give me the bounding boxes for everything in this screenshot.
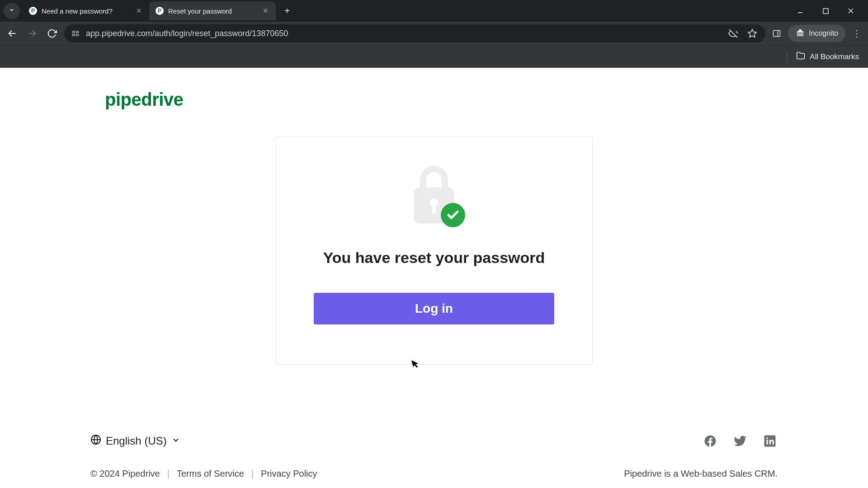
svg-marker-11	[748, 29, 756, 37]
toolbar: app.pipedrive.com/auth/login/reset_passw…	[0, 22, 868, 45]
facebook-icon[interactable]	[703, 433, 718, 449]
chevron-down-icon	[9, 7, 15, 15]
linkedin-icon[interactable]	[762, 433, 778, 449]
incognito-label: Incognito	[809, 29, 838, 38]
divider	[787, 51, 787, 63]
browser-chrome: P Need a new password? ✕ P Reset your pa…	[0, 0, 868, 68]
eye-off-icon[interactable]	[726, 27, 740, 40]
tagline-text: Pipedrive is a Web-based Sales CRM.	[624, 469, 778, 479]
terms-link[interactable]: Terms of Service	[177, 469, 244, 479]
maximize-button[interactable]	[819, 5, 832, 17]
all-bookmarks-label: All Bookmarks	[810, 52, 859, 61]
incognito-icon	[795, 28, 805, 39]
bookmark-star-icon[interactable]	[745, 27, 759, 40]
folder-icon	[796, 51, 805, 62]
legal-links: © 2024 Pipedrive | Terms of Service | Pr…	[90, 469, 317, 479]
success-check-icon	[441, 203, 465, 227]
page-content: pipedrive You have reset your password L…	[0, 68, 868, 488]
side-panel-icon[interactable]	[770, 27, 783, 40]
success-heading: You have reset your password	[323, 249, 545, 267]
new-tab-button[interactable]: +	[279, 3, 295, 19]
tab-title: Reset your password	[168, 7, 257, 15]
close-window-button[interactable]	[844, 5, 857, 17]
separator: |	[167, 469, 170, 479]
tab-reset-password[interactable]: P Reset your password ✕	[149, 1, 276, 20]
language-label: English (US)	[106, 435, 167, 447]
svg-rect-6	[72, 31, 75, 33]
pipedrive-favicon: P	[156, 7, 164, 15]
tab-need-password[interactable]: P Need a new password? ✕	[23, 1, 149, 20]
twitter-icon[interactable]	[732, 433, 748, 449]
social-links	[703, 433, 778, 449]
svg-rect-8	[72, 34, 75, 36]
svg-rect-9	[76, 34, 79, 36]
address-bar[interactable]: app.pipedrive.com/auth/login/reset_passw…	[64, 24, 765, 42]
reset-success-card: You have reset your password Log in	[275, 136, 593, 365]
minimize-button[interactable]	[794, 5, 807, 17]
svg-rect-1	[823, 9, 828, 14]
globe-icon	[90, 434, 101, 448]
privacy-link[interactable]: Privacy Policy	[261, 469, 317, 479]
copyright-text: © 2024 Pipedrive	[90, 469, 160, 479]
incognito-badge[interactable]: Incognito	[788, 25, 845, 42]
tab-strip: P Need a new password? ✕ P Reset your pa…	[0, 0, 868, 22]
pipedrive-favicon: P	[29, 7, 37, 15]
page-footer: English (US) © 2024 Pipedrive	[0, 433, 868, 479]
separator: |	[251, 469, 254, 479]
forward-button[interactable]	[24, 26, 40, 41]
close-icon[interactable]: ✕	[261, 7, 269, 15]
lock-success-illustration	[409, 162, 459, 225]
language-selector[interactable]: English (US)	[90, 434, 180, 448]
svg-point-15	[801, 33, 803, 36]
bookmarks-bar: All Bookmarks	[0, 45, 868, 68]
chevron-down-icon	[171, 435, 180, 447]
close-icon[interactable]: ✕	[135, 7, 143, 15]
back-button[interactable]	[5, 26, 20, 41]
tab-title: Need a new password?	[42, 7, 130, 15]
pipedrive-logo: pipedrive	[105, 89, 183, 110]
login-button[interactable]: Log in	[314, 293, 554, 324]
site-settings-icon[interactable]	[71, 28, 80, 38]
tab-search-dropdown[interactable]	[4, 3, 20, 19]
url-text: app.pipedrive.com/auth/login/reset_passw…	[86, 29, 721, 38]
svg-rect-7	[76, 31, 79, 33]
svg-point-21	[766, 437, 768, 439]
all-bookmarks-link[interactable]: All Bookmarks	[796, 51, 859, 62]
svg-point-14	[797, 33, 800, 36]
svg-rect-20	[767, 440, 768, 445]
window-controls	[794, 5, 864, 17]
lock-keyslot-icon	[432, 204, 436, 214]
browser-menu-button[interactable]: ⋮	[850, 28, 863, 39]
svg-rect-12	[774, 30, 780, 36]
reload-button[interactable]	[44, 26, 60, 41]
